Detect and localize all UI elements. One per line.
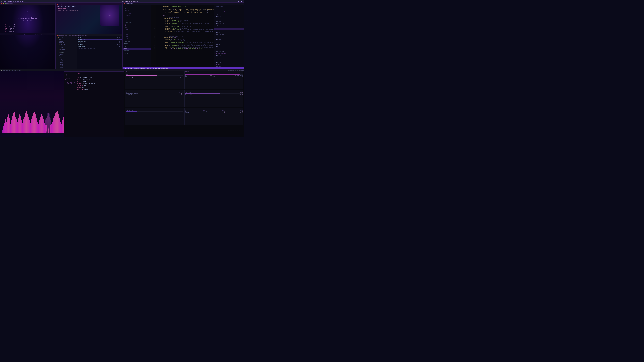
scrollbar[interactable] (213, 24, 214, 36)
outline-system[interactable]: ◆ system (214, 12, 244, 14)
outline-editor2[interactable]: ◆ editor (214, 58, 244, 60)
sidebar-pkgs2[interactable]: ▸ pkgs (123, 34, 150, 35)
sidebar-wm2[interactable]: ▸ wm (123, 39, 150, 41)
nav-history[interactable]: [$ h] [History] (5, 28, 50, 30)
outline-editor[interactable]: ◆ editor (214, 49, 244, 51)
tree-themes[interactable]: ▸themes (56, 55, 77, 57)
sidebar-shell2[interactable]: ▸ shell (123, 36, 150, 37)
file-row-install-org[interactable]: install.org 1.7 K (78, 40, 122, 42)
outline-systemsettings[interactable]: ▼ ◆ systemSettings (214, 10, 244, 12)
outline-system3[interactable]: ◆ system (214, 65, 244, 67)
sidebar-git[interactable]: ▸ .git (123, 8, 150, 9)
tree-dotfiles[interactable]: ▼📁.dotfiles (56, 37, 77, 39)
term-wm-controls[interactable] (56, 3, 58, 5)
fm-close[interactable] (56, 35, 58, 36)
outline-src[interactable]: ◆ src (214, 60, 244, 62)
tree-worklab[interactable]: ▸worklab (56, 49, 77, 50)
outline-hostname[interactable]: ◆ hostname (214, 14, 244, 16)
sidebar-style2[interactable]: ▸ style (123, 37, 150, 39)
file-row-license[interactable]: LICENSE 34.2 K (78, 44, 122, 45)
sidebar-desktop-png[interactable]: desktop.png (123, 46, 150, 48)
editor-code-area[interactable]: 12345 678910 1112131415 1617181920 21222… (151, 5, 214, 68)
nav-newtab[interactable]: [t] [New tab] (5, 30, 50, 33)
sidebar-install-org2[interactable]: install.org (123, 51, 150, 53)
tree-app[interactable]: ▸app (56, 58, 77, 60)
editor-tabs[interactable]: flake.nix (126, 3, 134, 4)
sidebar-flake-nix[interactable]: flake.nix (123, 48, 150, 49)
fm-wm-controls[interactable] (56, 35, 58, 36)
outline-timezone[interactable]: ◆ timezone (214, 17, 244, 19)
tree-pkgs[interactable]: ▸pkgs (56, 63, 77, 65)
outline-defaultroamdir[interactable]: ◆ defaultRoamDir (214, 42, 244, 44)
outline-fontpkg[interactable]: ◆ fontPkg (214, 47, 244, 49)
tree-user[interactable]: ▼user (56, 57, 77, 58)
outline-name2[interactable]: ◆ name (214, 56, 244, 58)
tree-homelab[interactable]: ▸home.lab (56, 43, 77, 45)
outline-theme[interactable]: ◆ theme (214, 35, 244, 37)
sidebar-app2[interactable]: ▸ app (123, 29, 150, 30)
outline-patches[interactable]: ◆ patches (214, 62, 244, 63)
sidebar-worklab2[interactable]: ▸ worklab (123, 18, 150, 20)
sidebar-install-sh2[interactable]: install.sh (123, 53, 150, 55)
close-btn[interactable] (1, 3, 2, 4)
editor-close[interactable] (124, 3, 125, 4)
outline-bootmode[interactable]: ◆ bootMode (214, 21, 244, 23)
min-btn[interactable] (3, 3, 4, 4)
sidebar-lang2[interactable]: ▸ lang (123, 32, 150, 34)
outline-nixpkgs-patched[interactable]: ▼ ◆ nixpkgs-patched (214, 53, 244, 55)
sidebar-license2[interactable]: LICENSE (123, 42, 150, 44)
tree-work[interactable]: ▸work (56, 47, 77, 49)
nav-quickmarks[interactable]: [b] [Quickmarks] (5, 25, 50, 28)
sidebar-readme-md2[interactable]: README.org (123, 41, 150, 42)
tree-personal[interactable]: ▸personal (56, 45, 77, 47)
file-row-lock[interactable]: flake.lock 27.5 K (78, 37, 122, 39)
outline-term[interactable]: ◆ term (214, 44, 244, 45)
max-btn[interactable] (4, 3, 6, 4)
sidebar-patches[interactable]: ▸ patches (123, 9, 150, 11)
outline-browser[interactable]: ◆ browser (214, 40, 244, 42)
tree-system[interactable]: ▸system (56, 53, 77, 55)
outline-wmtype[interactable]: ◆ wmType (214, 39, 244, 40)
sidebar-system2[interactable]: ▸ system (123, 23, 150, 25)
outline-wm[interactable]: ◆ wm (214, 37, 244, 39)
tree-wm[interactable]: ▸wm (56, 68, 77, 69)
tab-flake-nix[interactable]: flake.nix (126, 3, 134, 4)
sidebar-hardware2[interactable]: ▸ hardware (123, 30, 150, 32)
file-row-readme[interactable]: README.md 9.1 K (78, 45, 122, 47)
outline-pkgs[interactable]: ▼ ◆ pkgs (214, 63, 244, 65)
sidebar-harden2[interactable]: harden.sh (123, 50, 150, 51)
tree-profiles[interactable]: ▼profiles (56, 42, 77, 43)
outline-name[interactable]: ◆ name (214, 30, 244, 32)
file-row-install-sh[interactable]: install.sh 7 K (78, 42, 122, 44)
tree-patches[interactable]: ▸patches (56, 40, 77, 42)
sidebar-personal2[interactable]: ▸ personal (123, 15, 150, 16)
outline-usersettings[interactable]: ▼ ◆ userSettings (214, 26, 244, 28)
outline-spawneditor[interactable]: ◆ spawnEditor (214, 51, 244, 53)
outline-locale[interactable]: ◆ locale (214, 19, 244, 21)
outline-dotfilesdir[interactable]: ◆ dotfilesDir (214, 33, 244, 35)
term-close[interactable] (56, 3, 58, 5)
sidebar-user2[interactable]: ▼ user (123, 27, 150, 29)
tree-style[interactable]: ▸style (56, 67, 77, 68)
outline-outputs[interactable]: ▼ outputs (214, 8, 244, 10)
file-row-flake[interactable]: flake.nix 2.29 K (78, 39, 122, 40)
tree-readme-org[interactable]: README.org (56, 52, 77, 53)
tree-shell[interactable]: ▸shell (56, 65, 77, 67)
sidebar-readme-md3[interactable]: README.md (123, 44, 150, 46)
outline-profile[interactable]: ◆ profile (214, 16, 244, 17)
outline-font[interactable]: ◆ font (214, 46, 244, 47)
sidebar-profiles[interactable]: ▼ profiles (123, 11, 150, 13)
outline-email[interactable]: ◆ email (214, 32, 244, 33)
wm-controls[interactable] (1, 3, 6, 4)
tree-hardware[interactable]: ▸hardware (56, 60, 77, 62)
sidebar-readme-org2[interactable]: README.org (123, 22, 150, 23)
sidebar-homelab2[interactable]: ▸ home.lab (123, 13, 150, 15)
sidebar-wsl2[interactable]: ▸ wsl (123, 20, 150, 22)
nav-search[interactable]: [o] [Search] (5, 23, 50, 25)
outline-system2[interactable]: ◆ system (214, 55, 244, 56)
outline-username[interactable]: ◆ username (214, 28, 244, 30)
tree-wsl[interactable]: ▸wsl (56, 50, 77, 52)
tree-git[interactable]: ▸.git (56, 39, 77, 40)
tree-lang[interactable]: ▸lang (56, 62, 77, 63)
sidebar-themes2[interactable]: ▸ themes (123, 25, 150, 27)
